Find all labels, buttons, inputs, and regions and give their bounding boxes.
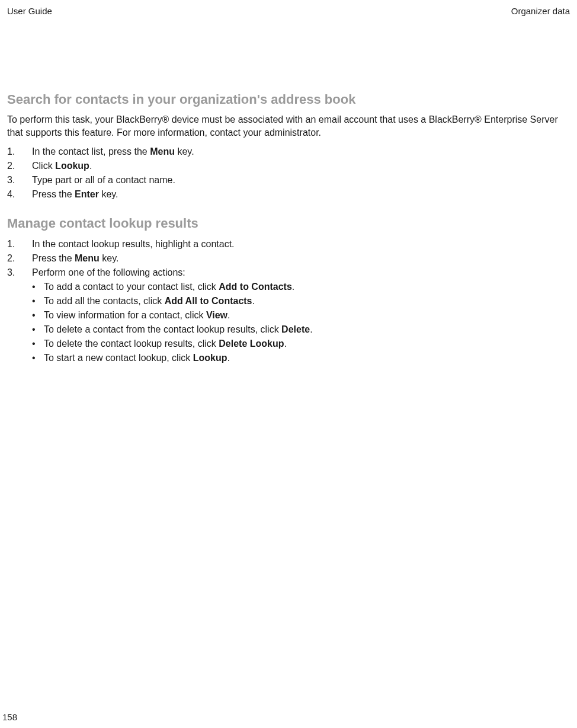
step-text: key.: [100, 253, 119, 263]
bullet-text: .: [284, 339, 287, 349]
list-item: To add all the contacts, click Add All t…: [7, 294, 570, 308]
section2-steps: In the contact lookup results, highlight…: [7, 237, 570, 280]
step-text: key.: [99, 189, 118, 199]
bullet-text: To delete the contact lookup results, cl…: [44, 339, 219, 349]
step-text: Press the: [32, 253, 75, 263]
list-item: Click Lookup.: [7, 159, 570, 173]
list-item: To add a contact to your contact list, c…: [7, 280, 570, 294]
step-text: Perform one of the following actions:: [32, 267, 185, 277]
list-item: To view information for a contact, click…: [7, 308, 570, 323]
bullet-text: .: [252, 296, 255, 306]
header-left: User Guide: [7, 6, 52, 16]
step-bold: Menu: [150, 146, 175, 157]
list-item: Press the Enter key.: [7, 187, 570, 202]
bullet-text: .: [227, 310, 230, 320]
step-bold: Enter: [75, 189, 99, 199]
bullet-text: To delete a contact from the contact loo…: [44, 324, 281, 334]
step-text: Type part or all of a contact name.: [32, 175, 175, 185]
step-bold: Lookup: [55, 161, 89, 171]
step-text: Press the: [32, 189, 75, 199]
step-text: In the contact lookup results, highlight…: [32, 239, 235, 249]
bullet-text: .: [227, 353, 229, 363]
bullet-bold: Add to Contacts: [219, 282, 292, 292]
list-item: To delete the contact lookup results, cl…: [7, 337, 570, 351]
page-header: User Guide Organizer data: [7, 6, 570, 16]
bullet-text: .: [292, 282, 294, 292]
bullet-bold: View: [206, 310, 227, 320]
list-item: Press the Menu key.: [7, 251, 570, 266]
step-bold: Menu: [75, 253, 100, 263]
bullet-text: To add a contact to your contact list, c…: [44, 282, 219, 292]
bullet-text: To add all the contacts, click: [44, 296, 165, 306]
step-text: .: [89, 161, 92, 171]
bullet-bold: Delete Lookup: [219, 339, 284, 349]
bullet-bold: Add All to Contacts: [165, 296, 252, 306]
step-text: In the contact list, press the: [32, 146, 150, 157]
list-item: Perform one of the following actions:: [7, 266, 570, 280]
bullet-bold: Lookup: [193, 353, 227, 363]
section1-steps: In the contact list, press the Menu key.…: [7, 145, 570, 202]
list-item: In the contact lookup results, highlight…: [7, 237, 570, 251]
header-right: Organizer data: [511, 6, 570, 16]
step-text: Click: [32, 161, 55, 171]
list-item: To start a new contact lookup, click Loo…: [7, 351, 570, 365]
section1-intro: To perform this task, your BlackBerry® d…: [7, 113, 570, 139]
section1-title: Search for contacts in your organization…: [7, 92, 570, 107]
list-item: To delete a contact from the contact loo…: [7, 323, 570, 337]
list-item: In the contact list, press the Menu key.: [7, 145, 570, 159]
list-item: Type part or all of a contact name.: [7, 173, 570, 187]
page-number: 158: [2, 712, 17, 722]
bullet-bold: Delete: [281, 324, 310, 334]
bullet-text: To start a new contact lookup, click: [44, 353, 193, 363]
section2-title: Manage contact lookup results: [7, 216, 570, 231]
bullet-text: .: [310, 324, 312, 334]
bullet-text: To view information for a contact, click: [44, 310, 206, 320]
section2-bullets: To add a contact to your contact list, c…: [7, 280, 570, 365]
step-text: key.: [175, 146, 194, 157]
